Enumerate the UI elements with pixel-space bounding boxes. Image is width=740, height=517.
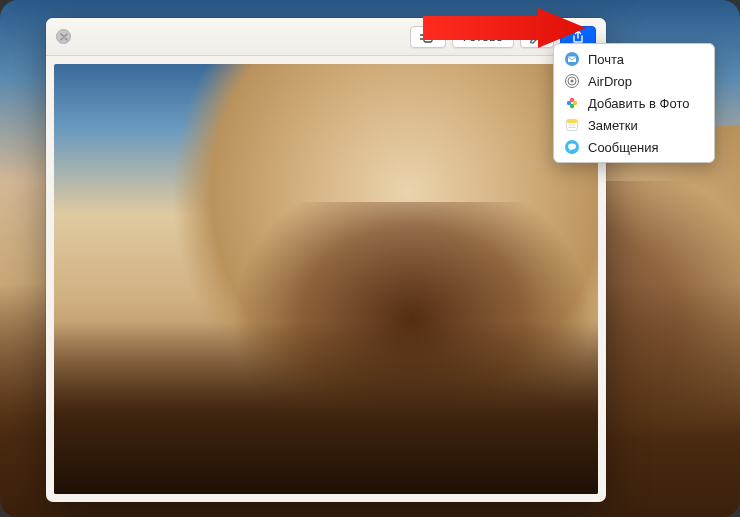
close-button[interactable]: [56, 29, 71, 44]
share-icon: [571, 30, 585, 44]
photos-icon: [564, 95, 580, 111]
notes-icon: [564, 117, 580, 133]
menu-item-label: Заметки: [588, 118, 638, 133]
menu-item-label: Сообщения: [588, 140, 659, 155]
svg-rect-4: [568, 57, 576, 63]
share-menu-item-airdrop[interactable]: AirDrop: [554, 70, 714, 92]
crop-icon: [419, 30, 437, 44]
screenshot-content: [54, 64, 598, 494]
crop-button[interactable]: [410, 26, 446, 48]
share-menu-item-notes[interactable]: Заметки: [554, 114, 714, 136]
svg-point-17: [568, 144, 576, 150]
window-titlebar: Готово: [46, 18, 606, 56]
share-menu-item-photos[interactable]: Добавить в Фото: [554, 92, 714, 114]
markup-icon: [529, 30, 545, 44]
done-button[interactable]: Готово: [452, 26, 514, 48]
svg-point-1: [541, 31, 543, 33]
share-menu-item-messages[interactable]: Сообщения: [554, 136, 714, 158]
screenshot-preview-window: Готово: [46, 18, 606, 502]
menu-item-label: Почта: [588, 52, 624, 67]
svg-rect-0: [424, 32, 432, 42]
done-button-label: Готово: [463, 29, 503, 44]
svg-point-11: [567, 101, 571, 105]
svg-rect-13: [567, 120, 578, 124]
markup-button[interactable]: [520, 26, 554, 48]
share-menu: Почта AirDrop Добавить в Фото: [553, 43, 715, 163]
airdrop-icon: [564, 73, 580, 89]
menu-item-label: Добавить в Фото: [588, 96, 689, 111]
mail-icon: [564, 51, 580, 67]
menu-item-label: AirDrop: [588, 74, 632, 89]
svg-point-7: [571, 80, 574, 83]
share-menu-item-mail[interactable]: Почта: [554, 48, 714, 70]
messages-icon: [564, 139, 580, 155]
close-icon: [60, 33, 68, 41]
